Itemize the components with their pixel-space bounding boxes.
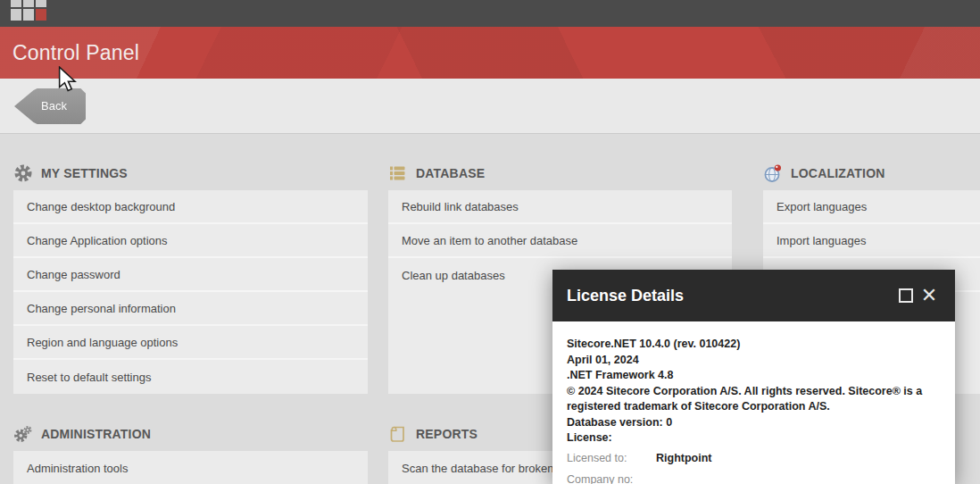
- back-button-label: Back: [41, 88, 86, 124]
- licensed-to-row: Licensed to: Rightpoint: [567, 451, 941, 467]
- double-gear-icon: [13, 424, 33, 444]
- licensed-to-value: Rightpoint: [656, 451, 711, 467]
- section-title: DATABASE: [416, 166, 485, 180]
- list-item-label: Change password: [27, 268, 120, 281]
- ribbon-toolbar: Back: [0, 79, 980, 134]
- close-button[interactable]: ✕: [918, 284, 941, 307]
- company-no-row: Company no:: [567, 472, 941, 484]
- list-item-label: Change desktop background: [27, 200, 175, 213]
- maximize-icon: [899, 288, 913, 303]
- section-header: MY SETTINGS: [13, 156, 368, 190]
- license-info-line: Database version: 0: [567, 415, 941, 431]
- list-item[interactable]: Change password: [13, 258, 368, 292]
- section-panel: Change desktop backgroundChange Applicat…: [13, 190, 368, 394]
- license-info-line: License:: [567, 430, 941, 446]
- report-icon: [388, 424, 408, 444]
- list-item[interactable]: Reset to default settings: [13, 360, 368, 394]
- list-item-label: Clean up databases: [402, 269, 505, 282]
- maximize-button[interactable]: [894, 284, 918, 307]
- list-item-label: Import languages: [777, 234, 866, 247]
- logo-square: [11, 9, 21, 21]
- logo-square: [36, 9, 46, 21]
- section-title: ADMINISTRATION: [41, 427, 151, 441]
- license-info-line: .NET Framework 4.8: [567, 368, 941, 384]
- section-header: LOCALIZATION: [763, 156, 980, 190]
- list-item[interactable]: Rebuild link databases: [388, 190, 732, 224]
- section-title: LOCALIZATION: [791, 166, 885, 180]
- list-item[interactable]: Change Application options: [13, 224, 368, 258]
- logo-square: [36, 0, 46, 7]
- section-header: ADMINISTRATION: [13, 417, 368, 451]
- dialog-body: Sitecore.NET 10.4.0 (rev. 010422)April 0…: [552, 321, 955, 484]
- license-info-line: April 01, 2024: [567, 353, 941, 369]
- list-item[interactable]: Change personal information: [13, 292, 368, 326]
- section-title: MY SETTINGS: [41, 166, 128, 180]
- list-item-label: Move an item to another database: [402, 234, 577, 247]
- list-item-label: Change personal information: [27, 302, 176, 315]
- dialog-header: License Details ✕: [552, 270, 955, 321]
- page-title: Control Panel: [12, 41, 139, 65]
- sitecore-logo-icon[interactable]: [11, 0, 46, 21]
- back-button[interactable]: Back: [14, 88, 86, 124]
- company-no-label: Company no:: [567, 472, 656, 484]
- list-item-label: Export languages: [777, 200, 867, 213]
- list-item[interactable]: Region and language options: [13, 326, 368, 360]
- license-info-line: Sitecore.NET 10.4.0 (rev. 010422): [567, 337, 941, 353]
- section-my-settings: MY SETTINGS Change desktop backgroundCha…: [13, 156, 368, 394]
- list-item[interactable]: Export languages: [763, 190, 980, 224]
- close-icon: ✕: [921, 286, 937, 305]
- list-item-label: Region and language options: [27, 336, 178, 349]
- list-item-label: Change Application options: [27, 234, 168, 247]
- section-title: REPORTS: [416, 427, 478, 441]
- logo-square: [23, 0, 34, 7]
- list-item-label: Rebuild link databases: [402, 200, 519, 213]
- logo-square: [11, 0, 21, 7]
- list-item[interactable]: Administration tools: [13, 451, 368, 484]
- licensed-to-label: Licensed to:: [567, 451, 656, 467]
- section-administration: ADMINISTRATION Administration tools: [13, 417, 368, 484]
- top-app-bar: [0, 0, 980, 27]
- license-details-dialog: License Details ✕ Sitecore.NET 10.4.0 (r…: [552, 270, 955, 484]
- globe-icon: [763, 163, 783, 183]
- page-header: Control Panel: [0, 27, 980, 79]
- license-info: Sitecore.NET 10.4.0 (rev. 010422)April 0…: [567, 337, 941, 446]
- logo-square: [23, 9, 34, 21]
- list-item-label: Administration tools: [27, 462, 128, 475]
- section-header: DATABASE: [388, 156, 732, 190]
- license-info-line: © 2024 Sitecore Corporation A/S. All rig…: [567, 384, 941, 415]
- section-panel: Administration tools: [13, 451, 368, 484]
- list-item[interactable]: Move an item to another database: [388, 224, 732, 258]
- list-item[interactable]: Import languages: [763, 224, 980, 258]
- dialog-title: License Details: [567, 287, 894, 305]
- list-item[interactable]: Change desktop background: [13, 190, 368, 224]
- database-icon: [388, 163, 408, 183]
- gear-icon: [13, 163, 33, 183]
- list-item-label: Reset to default settings: [27, 371, 151, 384]
